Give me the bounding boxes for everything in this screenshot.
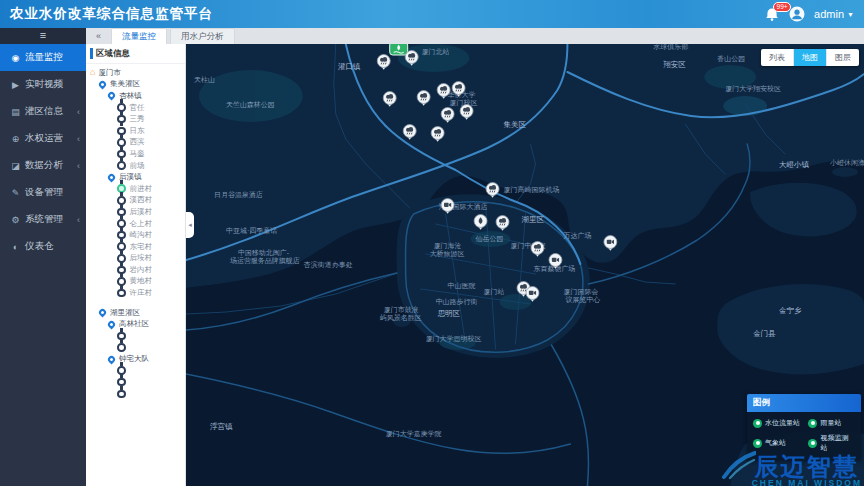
legend-item-label: 雨量站: [820, 418, 841, 428]
sidebar-item-dashboard-hub[interactable]: ◐仪表仓: [0, 233, 86, 260]
map-container[interactable]: 水球俱乐部厦门北站灌口镇天柱山天竺山森林公园华侨大学厦门校区集美区翔安区香山公园…: [186, 44, 864, 486]
tree-connector: [120, 122, 123, 126]
chart-icon: ◪: [9, 161, 22, 171]
sidebar-item-realtime-video[interactable]: ▶实时视频: [0, 71, 86, 98]
tree-item-杏林镇[interactable]: 杏林镇: [86, 90, 185, 102]
map-label: 天柱山: [194, 76, 215, 83]
tree-item-后垵村[interactable]: 后垵村: [86, 253, 185, 265]
tree-connector: [120, 204, 123, 208]
map-label: 中山路步行街: [436, 298, 478, 306]
sidebar-item-irrigation-info[interactable]: ▤灌区信息‹: [0, 98, 86, 125]
marker-cluster[interactable]: [390, 44, 408, 55]
tree-connector: [120, 134, 123, 138]
avatar[interactable]: [789, 6, 805, 22]
tree-item-label: 西滨: [130, 137, 145, 147]
map-label: 厦门国际会: [563, 288, 598, 296]
map-label: 屿风景名胜区: [380, 313, 422, 322]
tree-item-后溪镇[interactable]: 后溪镇: [86, 171, 185, 183]
collapse-panel-handle[interactable]: ◂: [186, 212, 194, 238]
tree-item-崎沟村[interactable]: 崎沟村: [86, 229, 185, 241]
tree-connector: [120, 362, 123, 366]
tree-connector: [120, 180, 123, 184]
tree-item-马銮[interactable]: 马銮: [86, 148, 185, 160]
legend-item-label: 气象站: [765, 438, 786, 448]
tree-item-label: 前进村: [130, 184, 153, 194]
sidebar-item-label: 设备管理: [25, 186, 63, 199]
tree-item[interactable]: [86, 388, 185, 400]
tree-item[interactable]: [86, 376, 185, 388]
map-label: 厦门北站: [422, 48, 450, 56]
map-pin-icon: [107, 354, 117, 364]
tab-flow-monitoring[interactable]: 流量监控: [111, 28, 167, 45]
tree-item-label: 东宅村: [130, 242, 153, 252]
tree-item-前场[interactable]: 前场: [86, 160, 185, 172]
tree-item-前进村[interactable]: 前进村: [86, 183, 185, 195]
view-map-button[interactable]: 地图: [793, 49, 826, 66]
tree-item-岩内村[interactable]: 岩内村: [86, 264, 185, 276]
map-label: 厦门大学思明校区: [426, 335, 482, 343]
tree-item-日东[interactable]: 日东: [86, 125, 185, 137]
map-label: 金宁乡: [779, 306, 802, 315]
tree-item-厦门市[interactable]: ⌂厦门市: [86, 67, 185, 79]
tree-connector: [120, 157, 123, 161]
tree-item-西滨[interactable]: 西滨: [86, 137, 185, 149]
tree-item-label: 后溪村: [130, 207, 153, 217]
sidebar-item-label: 流量监控: [25, 51, 63, 64]
notifications-button[interactable]: 99+: [764, 7, 780, 22]
home-icon: ⌂: [90, 68, 95, 77]
map-label: 大桥旅游区: [430, 250, 465, 258]
map-label: 厦门站: [484, 288, 505, 296]
tree-connector: [120, 339, 123, 343]
map-label: 灌口镇: [338, 62, 361, 71]
view-layers-button[interactable]: 图层: [826, 49, 859, 66]
water-icon: ⊕: [9, 134, 22, 144]
tree-item-label: 钟宅大队: [119, 354, 149, 364]
tree-item-后溪村[interactable]: 后溪村: [86, 206, 185, 218]
sidebar-item-flow-monitoring[interactable]: ◉流量监控: [0, 44, 86, 71]
tree-item-仑上村[interactable]: 仑上村: [86, 218, 185, 230]
user-menu[interactable]: admin ▼: [814, 8, 854, 20]
map-label: 金门县: [753, 329, 776, 338]
map-label: 浮宫镇: [210, 422, 233, 431]
tree-item-官任[interactable]: 官任: [86, 102, 185, 114]
sidebar: ≡ ◉流量监控▶实时视频▤灌区信息‹⊕水权运营‹◪数据分析‹✎设备管理⚙系统管理…: [0, 28, 86, 486]
map-label: 天竺山森林公园: [226, 101, 275, 109]
username: admin: [814, 8, 844, 20]
gear-icon: ⚙: [9, 215, 22, 225]
tree-item-集美灌区[interactable]: 集美灌区: [86, 79, 185, 91]
sidebar-item-data-analysis[interactable]: ◪数据分析‹: [0, 152, 86, 179]
legend-item-label: 视频监测站: [820, 433, 855, 453]
map-label: 厦门海沧: [434, 242, 462, 250]
legend-body: 水位流量站雨量站气象站视频监测站: [747, 412, 861, 460]
tree-item-三秀[interactable]: 三秀: [86, 113, 185, 125]
tree-item-黄地村[interactable]: 黄地村: [86, 276, 185, 288]
tree-item-高林社区[interactable]: 高林社区: [86, 318, 185, 330]
village-node-icon: [117, 289, 126, 298]
map-label: 日月谷温泉酒店: [214, 190, 263, 199]
tree-item-溪西村[interactable]: 溪西村: [86, 195, 185, 207]
map-label: 场运营服务品牌旗舰店: [229, 256, 300, 265]
sidebar-collapse-button[interactable]: ≡: [0, 28, 86, 44]
collapse-tabs-icon[interactable]: «: [96, 31, 101, 41]
sidebar-item-water-rights[interactable]: ⊕水权运营‹: [0, 125, 86, 152]
tree-item-湖里灌区[interactable]: 湖里灌区: [86, 307, 185, 319]
tree-item-label: 厦门市: [98, 68, 121, 78]
tree-connector: [120, 192, 123, 196]
village-node-icon: [117, 390, 126, 399]
wrench-icon: ✎: [9, 188, 22, 198]
sidebar-item-device-management[interactable]: ✎设备管理: [0, 179, 86, 206]
map-label: 小嶝休闲渔村: [830, 159, 864, 167]
tab-water-user-analysis[interactable]: 用水户分析: [170, 28, 235, 45]
tree-item-钟宅大队[interactable]: 钟宅大队: [86, 353, 185, 365]
tree-item-许庄村[interactable]: 许庄村: [86, 287, 185, 299]
station-pin-icon: [753, 439, 762, 448]
tree-item[interactable]: [86, 365, 185, 377]
tree-item-东宅村[interactable]: 东宅村: [86, 241, 185, 253]
view-list-button[interactable]: 列表: [761, 49, 793, 66]
tree-item[interactable]: [86, 342, 185, 354]
sidebar-item-system-management[interactable]: ⚙系统管理‹: [0, 206, 86, 233]
sidebar-item-label: 仪表仓: [25, 240, 54, 253]
legend-title: 图例: [747, 394, 861, 412]
tree-item[interactable]: [86, 330, 185, 342]
map-pin-icon: [98, 79, 108, 89]
